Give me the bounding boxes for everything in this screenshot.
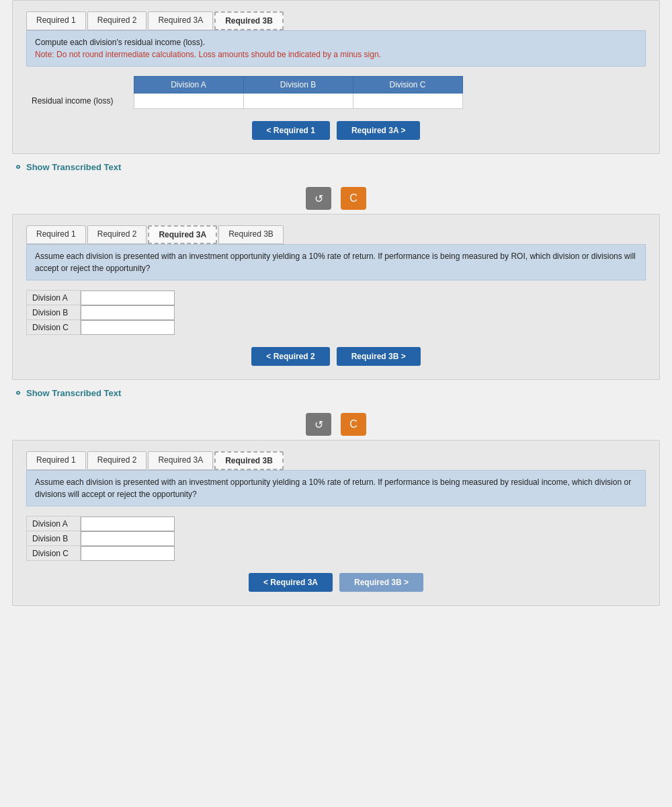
tab-1-required1[interactable]: Required 1 [26,11,86,30]
div-label-c-3: Division C [27,546,81,561]
tab-3-required3b[interactable]: Required 3B [214,451,284,470]
div-input-b-3[interactable] [81,531,175,546]
div-label-b-3: Division B [27,531,81,546]
tabs-3: Required 1 Required 2 Required 3A Requir… [26,451,646,470]
section-1: Required 1 Required 2 Required 3A Requir… [0,0,672,214]
div-label-a-2: Division A [27,291,81,305]
div-input-b-2[interactable] [81,305,175,320]
nav-right-btn-3: Required 3B > [339,573,423,592]
division-row-c-3: Division C [27,546,175,561]
tab-2-required3a[interactable]: Required 3A [148,225,217,244]
division-row-b-3: Division B [27,531,175,546]
row-label-residual: Residual income (loss) [26,93,134,109]
card-2: Required 1 Required 2 Required 3A Requir… [12,214,660,380]
tab-3-required1[interactable]: Required 1 [26,451,86,470]
nav-left-btn-2[interactable]: < Required 2 [251,347,329,366]
input-field-div-b[interactable] [244,93,353,108]
div-input-c-3[interactable] [81,546,175,561]
show-transcribed-label-1: Show Transcribed Text [26,162,121,172]
input-div-b-3[interactable] [81,531,175,546]
tab-2-required1[interactable]: Required 1 [26,225,86,244]
nav-buttons-2: < Required 2 Required 3B > [26,347,646,366]
show-transcribed-1[interactable]: ⚬ Show Transcribed Text [0,154,672,180]
tool-buttons-2: ↺ C [0,406,672,440]
division-row-b-2: Division B [27,305,175,320]
div-input-c-2[interactable] [81,320,175,335]
section-2: Required 1 Required 2 Required 3A Requir… [0,214,672,440]
tab-1-required3b[interactable]: Required 3B [214,11,284,30]
refresh-btn-2[interactable]: C [341,413,366,436]
input-div-b-2[interactable] [81,305,175,320]
refresh-btn-1[interactable]: C [341,187,366,210]
show-transcribed-2[interactable]: ⚬ Show Transcribed Text [0,380,672,406]
division-table-2: Division A Division B Division C [26,290,175,335]
division-row-a-3: Division A [27,516,175,531]
instruction-note-1: Note: Do not round intermediate calculat… [35,48,637,61]
instruction-bar-3: Assume each division is presented with a… [26,470,646,506]
input-div-a-2[interactable] [81,291,175,305]
section-3: Required 1 Required 2 Required 3A Requir… [0,440,672,606]
nav-right-btn-1[interactable]: Required 3A > [337,121,421,140]
instruction-text-3: Assume each division is presented with a… [35,476,637,500]
input-division-a-residual[interactable] [134,93,243,109]
tabs-2: Required 1 Required 2 Required 3A Requir… [26,225,646,244]
instruction-bar-2: Assume each division is presented with a… [26,244,646,280]
tab-2-required3b[interactable]: Required 3B [218,225,284,244]
input-field-div-a[interactable] [134,93,243,108]
div-label-b-2: Division B [27,305,81,320]
tool-buttons-1: ↺ C [0,180,672,214]
div-input-a-3[interactable] [81,516,175,531]
input-division-b-residual[interactable] [243,93,353,109]
div-label-a-3: Division A [27,516,81,531]
tab-1-required3a[interactable]: Required 3A [148,11,213,30]
input-div-a-3[interactable] [81,516,175,531]
tab-1-required2[interactable]: Required 2 [87,11,147,30]
input-division-c-residual[interactable] [353,93,462,109]
input-field-div-c[interactable] [353,93,462,108]
col-header-division-a-1: Division A [134,77,243,93]
nav-buttons-3: < Required 3A Required 3B > [26,573,646,592]
col-header-division-c-1: Division C [353,77,462,93]
undo-btn-1[interactable]: ↺ [306,187,331,210]
page-wrapper: Required 1 Required 2 Required 3A Requir… [0,0,672,606]
eye-icon-2: ⚬ [13,387,22,399]
div-input-a-2[interactable] [81,291,175,305]
nav-buttons-1: < Required 1 Required 3A > [26,121,646,140]
instruction-bar-1: Compute each division's residual income … [26,30,646,67]
show-transcribed-label-2: Show Transcribed Text [26,388,121,398]
table-row-residual: Residual income (loss) [26,93,462,109]
division-table-3: Division A Division B Division C [26,516,175,561]
instruction-text-2: Assume each division is presented with a… [35,250,637,274]
tabs-1: Required 1 Required 2 Required 3A Requir… [26,11,646,30]
input-div-c-2[interactable] [81,320,175,335]
nav-left-btn-3[interactable]: < Required 3A [249,573,333,592]
col-header-division-b-1: Division B [243,77,353,93]
residual-table-1: Division A Division B Division C Residua… [26,76,463,109]
card-3: Required 1 Required 2 Required 3A Requir… [12,440,660,606]
tab-2-required2[interactable]: Required 2 [87,225,147,244]
input-div-c-3[interactable] [81,546,175,561]
division-row-c-2: Division C [27,320,175,335]
nav-left-btn-1[interactable]: < Required 1 [252,121,330,140]
nav-right-btn-2[interactable]: Required 3B > [337,347,421,366]
instruction-text-1: Compute each division's residual income … [35,36,637,48]
div-label-c-2: Division C [27,320,81,335]
eye-icon-1: ⚬ [13,161,22,174]
undo-btn-2[interactable]: ↺ [306,413,331,436]
tab-3-required3a[interactable]: Required 3A [148,451,213,470]
card-1: Required 1 Required 2 Required 3A Requir… [12,0,660,154]
tab-3-required2[interactable]: Required 2 [87,451,147,470]
division-row-a-2: Division A [27,291,175,305]
